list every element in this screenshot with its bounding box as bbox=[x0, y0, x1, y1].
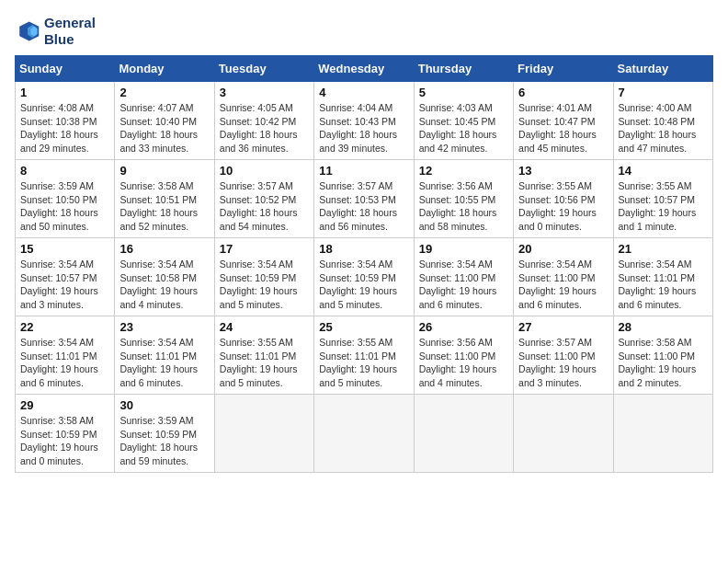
day-cell bbox=[414, 395, 513, 473]
day-number: 14 bbox=[619, 164, 708, 178]
day-cell: 23Sunrise: 3:54 AMSunset: 11:01 PMDaylig… bbox=[115, 316, 214, 395]
day-cell: 17Sunrise: 3:54 AMSunset: 10:59 PMDaylig… bbox=[214, 238, 313, 316]
day-number: 18 bbox=[319, 242, 408, 256]
day-number: 29 bbox=[20, 398, 109, 412]
day-cell: 11Sunrise: 3:57 AMSunset: 10:53 PMDaylig… bbox=[314, 160, 414, 238]
week-row: 22Sunrise: 3:54 AMSunset: 11:01 PMDaylig… bbox=[16, 316, 713, 395]
day-number: 11 bbox=[319, 164, 408, 178]
logo: General Blue bbox=[15, 15, 96, 48]
week-row: 29Sunrise: 3:58 AMSunset: 10:59 PMDaylig… bbox=[16, 395, 713, 473]
day-cell: 18Sunrise: 3:54 AMSunset: 10:59 PMDaylig… bbox=[314, 238, 414, 316]
day-info: Sunrise: 3:54 AMSunset: 11:00 PMDaylight… bbox=[419, 258, 508, 312]
day-cell: 14Sunrise: 3:55 AMSunset: 10:57 PMDaylig… bbox=[613, 160, 712, 238]
week-row: 1Sunrise: 4:08 AMSunset: 10:38 PMDayligh… bbox=[16, 82, 713, 160]
day-number: 21 bbox=[619, 242, 708, 256]
day-cell: 30Sunrise: 3:59 AMSunset: 10:59 PMDaylig… bbox=[115, 395, 214, 473]
day-cell bbox=[314, 395, 414, 473]
day-info: Sunrise: 3:55 AMSunset: 10:57 PMDaylight… bbox=[619, 179, 708, 234]
day-number: 23 bbox=[119, 320, 209, 334]
day-cell: 22Sunrise: 3:54 AMSunset: 11:01 PMDaylig… bbox=[16, 316, 115, 395]
day-cell: 4Sunrise: 4:04 AMSunset: 10:43 PMDayligh… bbox=[314, 82, 414, 160]
day-number: 2 bbox=[119, 86, 209, 99]
day-number: 28 bbox=[619, 320, 708, 334]
day-cell: 29Sunrise: 3:58 AMSunset: 10:59 PMDaylig… bbox=[16, 395, 115, 473]
day-number: 7 bbox=[619, 86, 708, 99]
logo-text: General Blue bbox=[44, 15, 96, 48]
day-info: Sunrise: 4:03 AMSunset: 10:45 PMDaylight… bbox=[419, 101, 508, 155]
day-cell: 16Sunrise: 3:54 AMSunset: 10:58 PMDaylig… bbox=[115, 238, 214, 316]
day-info: Sunrise: 3:57 AMSunset: 11:00 PMDaylight… bbox=[518, 336, 608, 390]
day-number: 3 bbox=[220, 86, 309, 99]
day-info: Sunrise: 3:54 AMSunset: 10:59 PMDaylight… bbox=[220, 258, 309, 312]
day-info: Sunrise: 3:57 AMSunset: 10:52 PMDaylight… bbox=[220, 179, 309, 234]
weekday-header: Saturday bbox=[613, 56, 712, 82]
day-info: Sunrise: 3:54 AMSunset: 11:00 PMDaylight… bbox=[518, 258, 608, 312]
day-cell: 8Sunrise: 3:59 AMSunset: 10:50 PMDayligh… bbox=[16, 160, 115, 238]
day-info: Sunrise: 4:00 AMSunset: 10:48 PMDaylight… bbox=[619, 101, 708, 155]
day-number: 20 bbox=[518, 242, 608, 256]
day-cell: 15Sunrise: 3:54 AMSunset: 10:57 PMDaylig… bbox=[16, 238, 115, 316]
day-info: Sunrise: 3:54 AMSunset: 11:01 PMDaylight… bbox=[619, 258, 708, 312]
day-cell: 3Sunrise: 4:05 AMSunset: 10:42 PMDayligh… bbox=[214, 82, 313, 160]
day-info: Sunrise: 3:56 AMSunset: 10:55 PMDaylight… bbox=[419, 179, 508, 234]
day-cell: 12Sunrise: 3:56 AMSunset: 10:55 PMDaylig… bbox=[414, 160, 513, 238]
day-number: 16 bbox=[119, 242, 209, 256]
day-info: Sunrise: 4:07 AMSunset: 10:40 PMDaylight… bbox=[119, 101, 209, 155]
day-cell: 19Sunrise: 3:54 AMSunset: 11:00 PMDaylig… bbox=[414, 238, 513, 316]
day-number: 26 bbox=[419, 320, 508, 334]
day-number: 9 bbox=[119, 164, 209, 178]
day-number: 27 bbox=[518, 320, 608, 334]
day-info: Sunrise: 3:58 AMSunset: 11:00 PMDaylight… bbox=[619, 336, 708, 390]
day-info: Sunrise: 3:57 AMSunset: 10:53 PMDaylight… bbox=[319, 179, 408, 234]
day-number: 10 bbox=[220, 164, 309, 178]
day-info: Sunrise: 3:54 AMSunset: 11:01 PMDaylight… bbox=[20, 336, 109, 390]
weekday-header-row: SundayMondayTuesdayWednesdayThursdayFrid… bbox=[16, 56, 713, 82]
day-cell: 6Sunrise: 4:01 AMSunset: 10:47 PMDayligh… bbox=[514, 82, 613, 160]
day-info: Sunrise: 4:08 AMSunset: 10:38 PMDaylight… bbox=[20, 101, 109, 155]
week-row: 15Sunrise: 3:54 AMSunset: 10:57 PMDaylig… bbox=[16, 238, 713, 316]
weekday-header: Sunday bbox=[16, 56, 115, 82]
day-cell: 1Sunrise: 4:08 AMSunset: 10:38 PMDayligh… bbox=[16, 82, 115, 160]
day-number: 1 bbox=[20, 86, 109, 99]
day-cell: 7Sunrise: 4:00 AMSunset: 10:48 PMDayligh… bbox=[613, 82, 712, 160]
day-cell: 26Sunrise: 3:56 AMSunset: 11:00 PMDaylig… bbox=[414, 316, 513, 395]
logo-icon bbox=[15, 18, 40, 44]
day-number: 19 bbox=[419, 242, 508, 256]
weekday-header: Wednesday bbox=[314, 56, 414, 82]
day-number: 4 bbox=[319, 86, 408, 99]
day-info: Sunrise: 3:55 AMSunset: 11:01 PMDaylight… bbox=[319, 336, 408, 390]
day-info: Sunrise: 4:05 AMSunset: 10:42 PMDaylight… bbox=[220, 101, 309, 155]
calendar: SundayMondayTuesdayWednesdayThursdayFrid… bbox=[15, 55, 713, 473]
day-number: 15 bbox=[20, 242, 109, 256]
weekday-header: Thursday bbox=[414, 56, 513, 82]
day-number: 17 bbox=[220, 242, 309, 256]
day-cell: 28Sunrise: 3:58 AMSunset: 11:00 PMDaylig… bbox=[613, 316, 712, 395]
day-info: Sunrise: 3:54 AMSunset: 10:58 PMDaylight… bbox=[119, 258, 209, 312]
day-cell: 24Sunrise: 3:55 AMSunset: 11:01 PMDaylig… bbox=[214, 316, 313, 395]
weekday-header: Monday bbox=[115, 56, 214, 82]
day-cell: 13Sunrise: 3:55 AMSunset: 10:56 PMDaylig… bbox=[514, 160, 613, 238]
day-cell: 10Sunrise: 3:57 AMSunset: 10:52 PMDaylig… bbox=[214, 160, 313, 238]
day-number: 5 bbox=[419, 86, 508, 99]
day-number: 30 bbox=[119, 398, 209, 412]
day-cell: 9Sunrise: 3:58 AMSunset: 10:51 PMDayligh… bbox=[115, 160, 214, 238]
day-cell: 5Sunrise: 4:03 AMSunset: 10:45 PMDayligh… bbox=[414, 82, 513, 160]
day-number: 8 bbox=[20, 164, 109, 178]
header: General Blue bbox=[15, 15, 713, 48]
day-info: Sunrise: 3:56 AMSunset: 11:00 PMDaylight… bbox=[419, 336, 508, 390]
day-info: Sunrise: 3:59 AMSunset: 10:50 PMDaylight… bbox=[20, 179, 109, 234]
day-cell bbox=[613, 395, 712, 473]
day-info: Sunrise: 3:54 AMSunset: 11:01 PMDaylight… bbox=[119, 336, 209, 390]
day-info: Sunrise: 3:54 AMSunset: 10:59 PMDaylight… bbox=[319, 258, 408, 312]
day-cell bbox=[214, 395, 313, 473]
day-info: Sunrise: 3:59 AMSunset: 10:59 PMDaylight… bbox=[119, 414, 209, 468]
weekday-header: Friday bbox=[514, 56, 613, 82]
day-number: 24 bbox=[220, 320, 309, 334]
day-number: 13 bbox=[518, 164, 608, 178]
day-cell: 2Sunrise: 4:07 AMSunset: 10:40 PMDayligh… bbox=[115, 82, 214, 160]
day-number: 6 bbox=[518, 86, 608, 99]
day-cell: 25Sunrise: 3:55 AMSunset: 11:01 PMDaylig… bbox=[314, 316, 414, 395]
day-cell bbox=[514, 395, 613, 473]
day-info: Sunrise: 3:54 AMSunset: 10:57 PMDaylight… bbox=[20, 258, 109, 312]
day-info: Sunrise: 3:55 AMSunset: 10:56 PMDaylight… bbox=[518, 179, 608, 234]
